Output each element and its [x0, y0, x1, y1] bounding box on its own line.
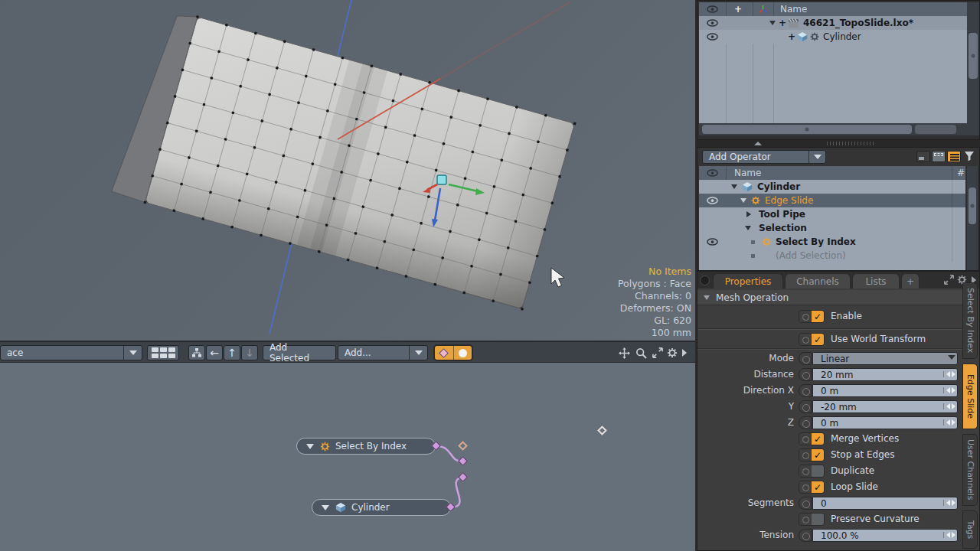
direction-y-field[interactable]: -20 mm: [812, 400, 958, 413]
pin-column-icon[interactable]: +: [734, 4, 742, 15]
channel-circle[interactable]: [799, 334, 812, 345]
tab-properties-active[interactable]: Properties: [713, 273, 783, 289]
add-dropdown-caret[interactable]: [409, 346, 427, 360]
side-tab-user-channels[interactable]: User Channels: [962, 434, 978, 506]
vscroll-thumb[interactable]: [969, 33, 978, 79]
schematic-overlay-toggles[interactable]: [433, 344, 473, 361]
node-select-by-index[interactable]: Select By Index: [296, 438, 436, 455]
viewport-options-button[interactable]: [665, 346, 679, 360]
stop-at-edges-checkbox[interactable]: ✓: [799, 448, 825, 461]
mini-slider[interactable]: [943, 387, 956, 393]
node-collapse-triangle[interactable]: [322, 505, 329, 510]
node-dot-toggle[interactable]: [453, 346, 472, 360]
eye-icon[interactable]: [707, 197, 718, 204]
node-tree-button[interactable]: [188, 345, 205, 360]
preserve-curvature-checkbox[interactable]: [799, 513, 825, 526]
split-view-mode-button[interactable]: [932, 151, 946, 162]
plus-icon[interactable]: +: [779, 18, 786, 28]
item-list-hscrollbar[interactable]: [699, 123, 979, 135]
channel-circle[interactable]: [799, 400, 812, 413]
tree-view-mode-button-active[interactable]: [947, 151, 961, 162]
link-diamond-toggle[interactable]: [435, 346, 453, 360]
expand-triangle[interactable]: [745, 226, 751, 230]
collapsed-triangle[interactable]: [746, 211, 751, 217]
mini-slider[interactable]: [943, 419, 956, 425]
detach-expand-icon[interactable]: [944, 275, 954, 285]
distance-field[interactable]: 20 mm: [812, 368, 958, 381]
expand-triangle[interactable]: [740, 198, 746, 203]
channel-circle[interactable]: [799, 514, 812, 525]
row-label[interactable]: Cylinder: [757, 181, 800, 192]
channel-circle[interactable]: [799, 449, 812, 461]
eye-icon[interactable]: [707, 19, 718, 27]
channel-circle[interactable]: [799, 352, 812, 365]
side-tab-tags[interactable]: Tags: [962, 510, 978, 549]
mini-slider[interactable]: [943, 371, 956, 377]
section-collapse-triangle[interactable]: [704, 295, 710, 300]
vscroll-thumb[interactable]: [969, 187, 976, 224]
workspace-dropdown-caret[interactable]: [123, 346, 142, 360]
channel-circle[interactable]: [799, 529, 812, 542]
row-label[interactable]: Tool Pipe: [759, 209, 805, 220]
item-list-vscrollbar[interactable]: [967, 2, 979, 123]
maximize-viewport-button[interactable]: [650, 346, 665, 360]
add-operator-dropdown[interactable]: Add Operator: [702, 150, 826, 164]
meshop-row-add-selection[interactable]: (Add Selection): [699, 249, 965, 262]
add-selected-button[interactable]: Add Selected: [263, 345, 336, 360]
merge-vertices-checkbox[interactable]: ✓: [799, 432, 825, 445]
mini-slider[interactable]: [943, 500, 956, 506]
hscroll-page-area[interactable]: [915, 125, 956, 134]
add-dropdown-button[interactable]: Add...: [338, 345, 428, 360]
filter-button[interactable]: [964, 150, 976, 162]
nav-back-button[interactable]: ←: [206, 345, 223, 360]
plus-icon[interactable]: +: [788, 31, 795, 42]
meshop-row-edge-slide-selected[interactable]: Edge Slide: [699, 194, 965, 207]
expand-triangle[interactable]: [731, 184, 737, 189]
row-label[interactable]: Selection: [759, 223, 807, 233]
expand-triangle[interactable]: [769, 21, 776, 25]
divider-grip[interactable]: [827, 142, 876, 145]
zoom-view-button[interactable]: [634, 346, 648, 360]
channel-circle[interactable]: [799, 497, 812, 510]
tab-add[interactable]: +: [901, 273, 920, 289]
hscroll-thumb[interactable]: [702, 125, 912, 134]
channel-circle[interactable]: [799, 416, 812, 429]
side-tab-edge-slide-active[interactable]: Edge Slide: [962, 364, 978, 429]
eye-icon[interactable]: [707, 238, 718, 246]
direction-x-field[interactable]: 0 m: [812, 384, 958, 397]
tension-field[interactable]: 100.0 %: [812, 529, 958, 542]
scene-name[interactable]: 46621_TopoSlide.lxo*: [803, 18, 913, 28]
mode-dropdown[interactable]: Linear: [812, 352, 958, 365]
channel-circle[interactable]: [799, 433, 812, 445]
thumbnail-view-button[interactable]: [147, 345, 179, 360]
channel-circle[interactable]: [799, 465, 812, 477]
tool-handle-center-cube[interactable]: [437, 175, 446, 184]
nav-down-button[interactable]: ↓: [241, 345, 258, 360]
loop-slide-checkbox[interactable]: ✓: [799, 481, 825, 494]
meshop-row-cylinder[interactable]: Cylinder: [699, 180, 965, 194]
pie-menu-button[interactable]: [700, 276, 710, 285]
channel-circle[interactable]: [799, 384, 812, 397]
meshop-row-select-by-index[interactable]: Select By Index: [699, 235, 965, 249]
visibility-column-eye-icon[interactable]: [707, 169, 718, 177]
row-label[interactable]: Edge Slide: [765, 195, 813, 206]
3d-viewport[interactable]: No Items Polygons : Face Channels: 0 Def…: [0, 0, 695, 341]
tab-lists[interactable]: Lists: [852, 273, 900, 289]
meshops-vscrollbar[interactable]: [967, 166, 978, 270]
mini-slider[interactable]: [943, 532, 956, 538]
mini-slider[interactable]: [943, 403, 956, 409]
item-row-scene[interactable]: + 46621_TopoSlide.lxo*: [699, 16, 967, 30]
eye-icon[interactable]: [707, 33, 718, 41]
pan-view-button[interactable]: [617, 346, 632, 360]
tab-channels[interactable]: Channels: [785, 273, 851, 289]
add-operator-caret[interactable]: [808, 151, 825, 163]
enable-checkbox[interactable]: ✓: [799, 310, 825, 323]
row-label[interactable]: Select By Index: [776, 236, 856, 247]
workspace-dropdown[interactable]: ace: [0, 345, 142, 360]
visibility-column-eye-icon[interactable]: [707, 5, 718, 13]
duplicate-checkbox[interactable]: [799, 465, 825, 478]
channel-circle[interactable]: [799, 481, 812, 493]
meshop-row-selection[interactable]: Selection: [699, 221, 965, 235]
axis-column-icon[interactable]: [758, 5, 768, 15]
row-label[interactable]: (Add Selection): [776, 250, 846, 261]
